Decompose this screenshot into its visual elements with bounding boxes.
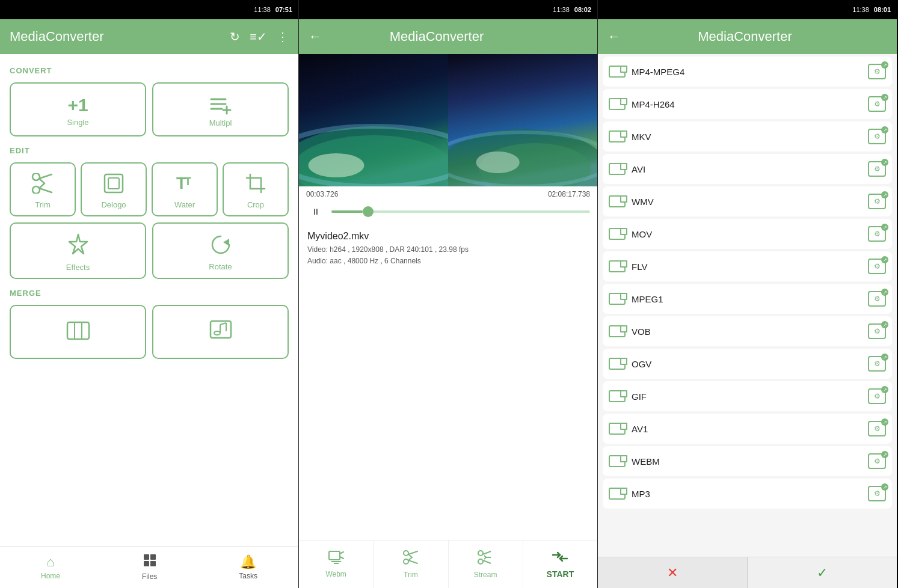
video-frame-right [448,54,597,186]
confirm-icon: ✓ [817,565,828,581]
nav-home[interactable]: ⌂ Home [41,554,60,580]
water-button[interactable]: T T Water [152,162,218,216]
stream-action-button[interactable]: Stream [449,541,523,588]
app-header-3: ← MediaConverter [598,19,897,54]
status-bar-1: 11:38 07:51 [0,0,298,19]
progress-thumb[interactable] [363,206,374,217]
back-button-3[interactable]: ← [607,29,621,44]
svg-rect-43 [329,551,340,560]
multipl-button[interactable]: Multipl [152,82,289,136]
format-item-mkv[interactable]: MKV ↗ [603,121,892,152]
panel-formats: 11:38 08:01 ← MediaConverter MP4-MPEG4 ↗… [598,0,897,588]
format-settings-mp4-h264[interactable]: ↗ [868,96,886,112]
svg-point-55 [478,559,483,564]
svg-point-25 [214,331,220,335]
format-settings-mov[interactable]: ↗ [868,226,886,242]
crop-icon [245,173,266,197]
format-name-mp3: MP3 [632,489,862,499]
stream-action-icon [478,550,493,568]
svg-line-52 [408,560,417,563]
format-item-av1[interactable]: AV1 ↗ [603,414,892,444]
progress-bar[interactable] [331,210,590,213]
format-item-mpeg1[interactable]: MPEG1 ↗ [603,284,892,314]
format-item-gif[interactable]: GIF ↗ [603,381,892,411]
effects-button[interactable]: Effects [10,222,146,279]
format-item-webm[interactable]: WEBM ↗ [603,446,892,476]
format-item-mp4-mpeg4[interactable]: MP4-MPEG4 ↗ [603,57,892,87]
start-label: START [547,569,574,579]
svg-marker-19 [69,234,87,254]
trim-button[interactable]: Trim [10,162,76,216]
format-settings-mp3[interactable]: ↗ [868,486,886,501]
file-info: Myvideo2.mkv Video: h264 , 1920x808 , DA… [299,226,597,275]
audio-info: Audio: aac , 48000 Hz , 6 Channels [307,256,589,267]
format-name-gif: GIF [632,391,862,402]
format-settings-mpeg1[interactable]: ↗ [868,291,886,307]
more-icon[interactable]: ⋮ [277,29,289,44]
merge-audio-button[interactable] [152,305,289,359]
format-name-mov: MOV [632,229,862,239]
format-settings-av1[interactable]: ↗ [868,421,886,436]
back-button-2[interactable]: ← [309,29,322,44]
delogo-button[interactable]: Delogo [81,162,147,216]
webm-action-button[interactable]: Webm [299,541,374,588]
format-settings-ogv[interactable]: ↗ [868,356,886,372]
cancel-button[interactable]: ✕ [598,557,748,588]
format-name-av1: AV1 [632,424,862,434]
app-header-1: MediaConverter ↻ ≡✓ ⋮ [0,19,298,54]
status-time-2: 11:38 [553,6,570,13]
format-settings-flv[interactable]: ↗ [868,259,886,274]
status-clock-3: 08:01 [874,6,891,13]
tasks-icon: 🔔 [240,554,256,570]
merge-video-icon [66,321,90,343]
format-settings-webm[interactable]: ↗ [868,453,886,469]
format-settings-gif[interactable]: ↗ [868,388,886,404]
svg-point-49 [404,559,408,564]
rotate-icon [210,234,232,259]
crop-button[interactable]: Crop [223,162,289,216]
confirm-button[interactable]: ✓ [748,557,897,588]
svg-rect-31 [144,561,149,566]
svg-rect-29 [144,554,149,560]
format-settings-mp4-mpeg4[interactable]: ↗ [868,64,886,79]
trim-icon [31,173,54,197]
playback-controls: ⏸ [299,200,597,226]
format-item-mp4-h264[interactable]: MP4-H264 ↗ [603,89,892,119]
effects-label: Effects [66,263,90,272]
checklist-icon[interactable]: ≡✓ [250,29,267,44]
crop-label: Crop [247,200,264,209]
merge-grid [10,305,289,359]
format-settings-wmv[interactable]: ↗ [868,194,886,209]
format-name-webm: WEBM [632,456,862,467]
format-item-wmv[interactable]: WMV ↗ [603,186,892,216]
trim-action-button[interactable]: Trim [374,541,448,588]
single-button[interactable]: +1 Single [10,82,146,136]
format-item-vob[interactable]: VOB ↗ [603,316,892,346]
delogo-icon [103,173,124,197]
app-title-3: MediaConverter [698,29,792,44]
format-item-mp3[interactable]: MP3 ↗ [603,479,892,509]
rotate-button[interactable]: Rotate [152,222,289,279]
format-icon-mov [609,228,626,240]
format-settings-avi[interactable]: ↗ [868,161,886,177]
format-icon-flv [609,260,626,272]
nav-files[interactable]: Files [142,554,157,581]
format-item-ogv[interactable]: OGV ↗ [603,349,892,379]
svg-point-5 [32,186,40,194]
format-item-mov[interactable]: MOV ↗ [603,219,892,249]
format-icon-mpeg1 [609,293,626,305]
format-icon-mp3 [609,488,626,500]
time-display: 00:03.726 02:08:17.738 [299,186,597,200]
nav-tasks[interactable]: 🔔 Tasks [239,554,257,580]
format-item-avi[interactable]: AVI ↗ [603,154,892,184]
video-preview [299,54,597,186]
start-icon [552,550,568,567]
refresh-icon[interactable]: ↻ [230,29,240,44]
format-settings-vob[interactable]: ↗ [868,323,886,339]
format-item-flv[interactable]: FLV ↗ [603,251,892,281]
pause-button[interactable]: ⏸ [306,202,325,221]
merge-video-button[interactable] [10,305,146,359]
start-button[interactable]: START [523,541,597,588]
format-settings-mkv[interactable]: ↗ [868,129,886,144]
svg-line-8 [39,188,52,192]
